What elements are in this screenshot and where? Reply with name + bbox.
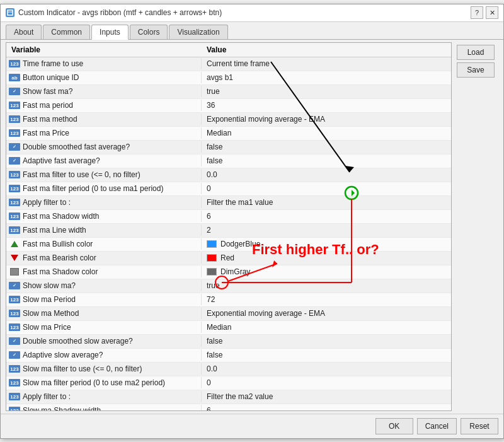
row-type-icon: 123 <box>9 129 20 137</box>
cancel-button[interactable]: Cancel <box>417 418 457 434</box>
row-value-text: false <box>207 337 222 346</box>
row-value-cell: 0.0 <box>202 169 451 180</box>
table-row[interactable]: 123Fast ma filter period (0 to use ma1 p… <box>6 182 451 196</box>
row-variable-cell: ✓Show slow ma? <box>6 280 202 291</box>
row-value-text: Exponential moving average - EMA <box>207 115 325 124</box>
row-value-text: Median <box>207 323 231 332</box>
table-row[interactable]: 123Fast ma period36 <box>6 99 451 113</box>
table-row[interactable]: ✓Adaptive slow average?false <box>6 349 451 363</box>
row-type-icon: 123 <box>9 59 20 68</box>
row-type-icon: 123 <box>9 184 20 193</box>
table-row[interactable]: 123Apply filter to :Filter the ma2 value <box>6 390 451 404</box>
row-type-icon <box>9 267 20 276</box>
row-value-text: false <box>207 156 222 165</box>
row-variable-label: Double smoothed fast average? <box>23 142 130 151</box>
row-variable-label: Time frame to use <box>23 59 83 68</box>
table-row[interactable]: Fast ma Shadow colorDimGray <box>6 265 451 279</box>
table-row[interactable]: 123Slow ma PriceMedian <box>6 321 451 335</box>
row-variable-cell: ✓Adaptive slow average? <box>6 349 202 361</box>
row-value-cell: 2 <box>202 224 451 236</box>
window-title: Custom Indicator - avgs ribbon (mtf + ca… <box>18 8 222 17</box>
table-row[interactable]: 123Slow ma filter period (0 to use ma2 p… <box>6 376 451 390</box>
row-variable-cell: 123Apply filter to : <box>6 391 202 402</box>
table-row[interactable]: 123Fast ma Shadow width6 <box>6 210 451 224</box>
table-row[interactable]: Fast ma Bearish colorRed <box>6 252 451 265</box>
row-variable-cell: abButton unique ID <box>6 72 202 83</box>
tab-colors[interactable]: Colors <box>130 25 168 39</box>
row-value-text: true <box>207 281 220 290</box>
header-variable: Variable <box>11 45 207 54</box>
row-variable-cell: ✓Double smoothed fast average? <box>6 141 202 153</box>
row-type-icon: ✓ <box>9 281 20 290</box>
row-value-cell: true <box>202 86 451 97</box>
row-type-icon: 123 <box>9 170 20 179</box>
row-value-text: 36 <box>207 101 215 110</box>
table-row[interactable]: 123Slow ma Period72 <box>6 293 451 307</box>
row-type-icon <box>9 253 20 262</box>
row-value-cell: DimGray <box>202 266 451 277</box>
save-button[interactable]: Save <box>457 62 495 78</box>
row-variable-cell: 123Fast ma Price <box>6 127 202 139</box>
row-value-text: Red <box>220 253 234 262</box>
row-variable-cell: 123Fast ma period <box>6 100 202 111</box>
row-type-icon: 123 <box>9 406 20 410</box>
row-variable-cell: 123Apply filter to : <box>6 197 202 208</box>
table-row[interactable]: 123Apply filter to :Filter the ma1 value <box>6 196 451 210</box>
row-value-text: 0.0 <box>207 170 217 179</box>
row-value-cell: avgs b1 <box>202 72 451 83</box>
table-row[interactable]: 123Slow ma MethodExponential moving aver… <box>6 307 451 321</box>
load-button[interactable]: Load <box>457 45 495 60</box>
row-variable-cell: 123Fast ma Shadow width <box>6 211 202 222</box>
row-variable-label: Slow ma Period <box>23 295 76 304</box>
row-value-cell: Filter the ma2 value <box>202 391 451 402</box>
table-row[interactable]: 123Slow ma filter to use (<= 0, no filte… <box>6 363 451 376</box>
row-type-icon: 123 <box>9 378 20 387</box>
ok-button[interactable]: OK <box>375 418 413 434</box>
tab-about[interactable]: About <box>6 25 42 39</box>
tab-common[interactable]: Common <box>43 25 90 39</box>
table-row[interactable]: 123Time frame to useCurrent time frame <box>6 57 451 71</box>
table-row[interactable]: Fast ma Bullish colorDodgerBlue <box>6 238 451 252</box>
row-value-text: DimGray <box>220 267 250 276</box>
row-type-icon: ✓ <box>9 87 20 96</box>
help-button[interactable]: ? <box>471 6 483 19</box>
row-type-icon: 123 <box>9 212 20 221</box>
row-variable-cell: ✓Double smoothed slow average? <box>6 335 202 347</box>
row-type-icon: ✓ <box>9 337 20 346</box>
close-button[interactable]: ✕ <box>486 6 498 19</box>
row-value-text: Current time frame <box>207 59 270 68</box>
row-value-cell: false <box>202 349 451 361</box>
table-row[interactable]: 123Slow ma Shadow width6 <box>6 404 451 410</box>
table-row[interactable]: ✓Show slow ma?true <box>6 279 451 293</box>
row-type-icon: 123 <box>9 323 20 332</box>
table-row[interactable]: ✓Show fast ma?true <box>6 85 451 99</box>
bottom-buttons: OK Cancel Reset <box>1 414 503 438</box>
row-value-cell: 72 <box>202 294 451 305</box>
row-type-icon: ab <box>9 73 20 82</box>
table-row[interactable]: ✓Double smoothed fast average?false <box>6 141 451 154</box>
row-variable-label: Fast ma Bearish color <box>23 253 96 262</box>
tab-visualization[interactable]: Visualization <box>169 25 227 39</box>
tab-inputs[interactable]: Inputs <box>91 25 129 40</box>
table-row[interactable]: 123Fast ma Line width2 <box>6 224 451 238</box>
row-value-cell: 6 <box>202 405 451 410</box>
row-value-cell: Filter the ma1 value <box>202 197 451 208</box>
row-value-cell: 0 <box>202 183 451 194</box>
row-value-text: DodgerBlue <box>220 240 260 248</box>
table-row[interactable]: ✓Double smoothed slow average?false <box>6 335 451 349</box>
table-row[interactable]: 123Fast ma filter to use (<= 0, no filte… <box>6 168 451 182</box>
table-row[interactable]: 123Fast ma methodExponential moving aver… <box>6 113 451 127</box>
table-row[interactable]: ✓Adaptive fast average?false <box>6 154 451 168</box>
main-window: Custom Indicator - avgs ribbon (mtf + ca… <box>0 4 504 439</box>
row-value-text: avgs b1 <box>207 73 233 82</box>
row-value-text: Exponential moving average - EMA <box>207 309 325 318</box>
row-variable-label: Fast ma Shadow color <box>23 267 98 276</box>
table-scroll[interactable]: 123Time frame to useCurrent time frameab… <box>6 57 451 410</box>
row-value-cell: 6 <box>202 211 451 222</box>
table-row[interactable]: abButton unique IDavgs b1 <box>6 71 451 85</box>
table-row[interactable]: 123Fast ma PriceMedian <box>6 127 451 141</box>
row-type-icon: 123 <box>9 309 20 318</box>
row-variable-cell: 123Slow ma filter to use (<= 0, no filte… <box>6 363 202 375</box>
reset-button[interactable]: Reset <box>461 418 498 434</box>
row-value-cell: Exponential moving average - EMA <box>202 113 451 125</box>
